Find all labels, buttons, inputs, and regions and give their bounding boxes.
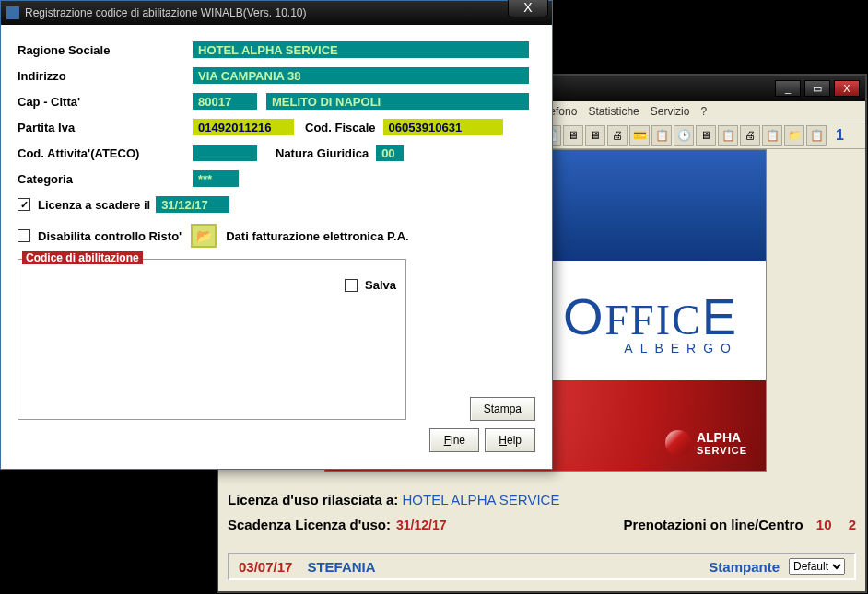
toolbar-icon[interactable]: 📋	[718, 125, 738, 146]
licenza-scadere-checkbox[interactable]	[18, 198, 30, 211]
banner-sub: ALBERGO	[624, 341, 738, 355]
license-expiry-line: Scadenza Licenza d'uso: 31/12/17 Prenota…	[228, 517, 856, 532]
minimize-button[interactable]: _	[775, 80, 801, 97]
toolbar-icon[interactable]: 💳	[629, 125, 650, 146]
partita-iva-label: Partita Iva	[18, 121, 193, 134]
folder-icon: 📂	[196, 228, 212, 243]
toolbar-icon[interactable]: 📋	[806, 125, 827, 146]
preno-count1: 10	[816, 517, 832, 532]
status-date: 03/07/17	[239, 559, 292, 575]
license-holder: HOTEL ALPHA SERVICE	[402, 492, 559, 507]
toolbar-icon[interactable]: 📋	[762, 125, 782, 146]
maximize-button[interactable]: ▭	[804, 80, 830, 97]
dialog-close-button[interactable]: X	[508, 0, 548, 17]
dialog-icon	[6, 6, 19, 19]
menu-servizio[interactable]: Servizio	[651, 105, 690, 118]
dialog-title: Registrazione codice di abilitazione WIN…	[25, 6, 306, 19]
categoria-label: Categoria	[18, 172, 193, 186]
natura-giuridica-field[interactable]: 00	[376, 145, 404, 161]
prenotazioni-label: Prenotazioni on line/Centro 10 2	[624, 517, 856, 532]
alpha-text: ALPHA	[697, 430, 747, 445]
cod-fiscale-field[interactable]: 06053910631	[383, 119, 503, 135]
toolbar-icon[interactable]: 🖨	[607, 125, 628, 146]
printer-select[interactable]: Default	[789, 558, 845, 575]
indirizzo-label: Indirizzo	[18, 69, 193, 83]
ragione-sociale-field[interactable]: HOTEL ALPHA SERVICE	[193, 41, 529, 58]
dialog-titlebar: Registrazione codice di abilitazione WIN…	[1, 1, 552, 25]
dialog-body: Ragione Sociale HOTEL ALPHA SERVICE Indi…	[1, 25, 552, 429]
toolbar-number: 1	[836, 127, 844, 144]
banner-office: OFFICE	[563, 286, 738, 346]
partita-iva-field[interactable]: 01492011216	[193, 119, 294, 135]
salva-label: Salva	[365, 278, 396, 292]
salva-checkbox[interactable]	[345, 279, 358, 292]
toolbar-icon[interactable]: 🕒	[674, 125, 694, 146]
dati-fatturazione-label: Dati fatturazione elettronica P.A.	[226, 229, 408, 243]
licenza-date-field[interactable]: 31/12/17	[156, 196, 229, 213]
service-text: SERVICE	[697, 445, 747, 456]
license-info: Licenza d'uso rilasciata a: HOTEL ALPHA …	[228, 492, 856, 532]
natura-giuridica-label: Natura Giuridica	[276, 146, 369, 160]
alpha-service-logo: ALPHA SERVICE	[665, 430, 747, 456]
fine-button[interactable]: Fine	[429, 428, 479, 452]
toolbar-icon[interactable]: 🖥	[585, 125, 605, 146]
status-bar: 03/07/17 STEFANIA Stampante Default	[228, 553, 856, 580]
categoria-field[interactable]: ***	[193, 170, 239, 187]
menu-statistiche[interactable]: Statistiche	[588, 105, 639, 118]
dati-fatturazione-button[interactable]: 📂	[191, 224, 217, 248]
citta-field[interactable]: MELITO DI NAPOLI	[266, 93, 529, 110]
toolbar-icon[interactable]: 📁	[784, 125, 804, 146]
cap-citta-label: Cap - Citta'	[18, 95, 193, 109]
cod-attivita-label: Cod. Attivita'(ATECO)	[18, 146, 193, 160]
toolbar-icon[interactable]: 🖥	[696, 125, 716, 146]
toolbar-icon[interactable]: 📋	[651, 125, 672, 146]
printer-label: Stampante	[709, 559, 780, 575]
toolbar-icon[interactable]: 🖨	[740, 125, 760, 146]
close-button[interactable]: X	[834, 80, 860, 97]
status-user: STEFANIA	[307, 559, 375, 575]
license-holder-line: Licenza d'uso rilasciata a: HOTEL ALPHA …	[228, 492, 856, 507]
codice-abilitazione-label: Codice di abilitazione	[22, 251, 143, 264]
cod-attivita-field[interactable]	[193, 145, 257, 161]
disabilita-risto-label: Disabilita controllo Risto'	[38, 229, 182, 243]
cod-fiscale-label: Cod. Fiscale	[305, 121, 376, 134]
licenza-scadere-label: Licenza a scadere il	[38, 198, 150, 212]
toolbar-icon[interactable]: 🖥	[563, 125, 583, 146]
disabilita-risto-checkbox[interactable]	[18, 229, 30, 242]
preno-count2: 2	[849, 517, 856, 532]
registration-dialog: Registrazione codice di abilitazione WIN…	[0, 0, 553, 470]
menu-help[interactable]: ?	[700, 105, 707, 118]
indirizzo-field[interactable]: VIA CAMPANIA 38	[193, 67, 529, 84]
license-expiry: 31/12/17	[396, 518, 447, 532]
stampa-button[interactable]: Stampa	[470, 397, 535, 421]
cap-field[interactable]: 80017	[193, 93, 257, 110]
help-button[interactable]: Help	[485, 428, 535, 452]
ragione-sociale-label: Ragione Sociale	[18, 43, 193, 57]
alpha-disc-icon	[665, 430, 691, 456]
codice-abilitazione-group: Codice di abilitazione Salva	[18, 259, 406, 420]
